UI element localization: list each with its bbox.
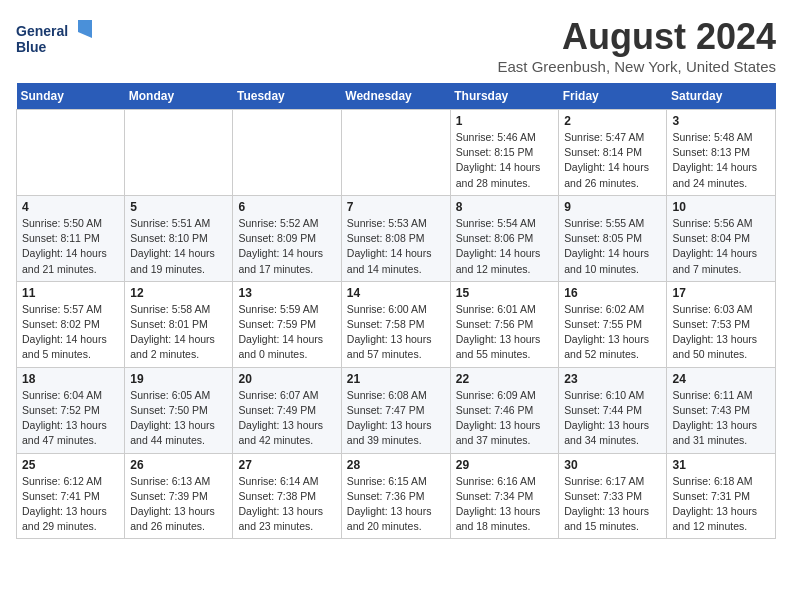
day-detail: Sunrise: 5:55 AM Sunset: 8:05 PM Dayligh…	[564, 216, 661, 277]
logo: General Blue	[16, 16, 96, 64]
day-detail: Sunrise: 6:07 AM Sunset: 7:49 PM Dayligh…	[238, 388, 335, 449]
day-number: 31	[672, 458, 770, 472]
day-number: 21	[347, 372, 445, 386]
day-number: 13	[238, 286, 335, 300]
weekday-header-thursday: Thursday	[450, 83, 559, 110]
day-detail: Sunrise: 6:09 AM Sunset: 7:46 PM Dayligh…	[456, 388, 554, 449]
day-number: 7	[347, 200, 445, 214]
day-number: 4	[22, 200, 119, 214]
day-detail: Sunrise: 5:54 AM Sunset: 8:06 PM Dayligh…	[456, 216, 554, 277]
day-detail: Sunrise: 6:04 AM Sunset: 7:52 PM Dayligh…	[22, 388, 119, 449]
day-cell-20: 20Sunrise: 6:07 AM Sunset: 7:49 PM Dayli…	[233, 367, 341, 453]
day-detail: Sunrise: 6:00 AM Sunset: 7:58 PM Dayligh…	[347, 302, 445, 363]
weekday-header-sunday: Sunday	[17, 83, 125, 110]
day-detail: Sunrise: 6:10 AM Sunset: 7:44 PM Dayligh…	[564, 388, 661, 449]
week-row-1: 1Sunrise: 5:46 AM Sunset: 8:15 PM Daylig…	[17, 110, 776, 196]
week-row-5: 25Sunrise: 6:12 AM Sunset: 7:41 PM Dayli…	[17, 453, 776, 539]
svg-text:General: General	[16, 23, 68, 39]
day-cell-11: 11Sunrise: 5:57 AM Sunset: 8:02 PM Dayli…	[17, 281, 125, 367]
day-cell-22: 22Sunrise: 6:09 AM Sunset: 7:46 PM Dayli…	[450, 367, 559, 453]
day-detail: Sunrise: 6:14 AM Sunset: 7:38 PM Dayligh…	[238, 474, 335, 535]
day-number: 12	[130, 286, 227, 300]
day-number: 20	[238, 372, 335, 386]
day-cell-10: 10Sunrise: 5:56 AM Sunset: 8:04 PM Dayli…	[667, 195, 776, 281]
day-detail: Sunrise: 6:18 AM Sunset: 7:31 PM Dayligh…	[672, 474, 770, 535]
day-cell-23: 23Sunrise: 6:10 AM Sunset: 7:44 PM Dayli…	[559, 367, 667, 453]
day-cell-13: 13Sunrise: 5:59 AM Sunset: 7:59 PM Dayli…	[233, 281, 341, 367]
empty-cell	[125, 110, 233, 196]
day-cell-17: 17Sunrise: 6:03 AM Sunset: 7:53 PM Dayli…	[667, 281, 776, 367]
day-detail: Sunrise: 6:17 AM Sunset: 7:33 PM Dayligh…	[564, 474, 661, 535]
day-cell-19: 19Sunrise: 6:05 AM Sunset: 7:50 PM Dayli…	[125, 367, 233, 453]
day-number: 28	[347, 458, 445, 472]
day-cell-6: 6Sunrise: 5:52 AM Sunset: 8:09 PM Daylig…	[233, 195, 341, 281]
day-number: 9	[564, 200, 661, 214]
day-cell-8: 8Sunrise: 5:54 AM Sunset: 8:06 PM Daylig…	[450, 195, 559, 281]
day-number: 18	[22, 372, 119, 386]
day-number: 11	[22, 286, 119, 300]
day-detail: Sunrise: 6:03 AM Sunset: 7:53 PM Dayligh…	[672, 302, 770, 363]
day-detail: Sunrise: 5:58 AM Sunset: 8:01 PM Dayligh…	[130, 302, 227, 363]
day-number: 23	[564, 372, 661, 386]
day-number: 3	[672, 114, 770, 128]
day-detail: Sunrise: 5:46 AM Sunset: 8:15 PM Dayligh…	[456, 130, 554, 191]
day-number: 8	[456, 200, 554, 214]
day-number: 14	[347, 286, 445, 300]
title-area: August 2024 East Greenbush, New York, Un…	[498, 16, 777, 75]
day-detail: Sunrise: 6:05 AM Sunset: 7:50 PM Dayligh…	[130, 388, 227, 449]
day-detail: Sunrise: 5:59 AM Sunset: 7:59 PM Dayligh…	[238, 302, 335, 363]
day-cell-30: 30Sunrise: 6:17 AM Sunset: 7:33 PM Dayli…	[559, 453, 667, 539]
week-row-3: 11Sunrise: 5:57 AM Sunset: 8:02 PM Dayli…	[17, 281, 776, 367]
day-cell-16: 16Sunrise: 6:02 AM Sunset: 7:55 PM Dayli…	[559, 281, 667, 367]
day-cell-2: 2Sunrise: 5:47 AM Sunset: 8:14 PM Daylig…	[559, 110, 667, 196]
empty-cell	[341, 110, 450, 196]
day-cell-14: 14Sunrise: 6:00 AM Sunset: 7:58 PM Dayli…	[341, 281, 450, 367]
day-detail: Sunrise: 6:08 AM Sunset: 7:47 PM Dayligh…	[347, 388, 445, 449]
day-detail: Sunrise: 6:11 AM Sunset: 7:43 PM Dayligh…	[672, 388, 770, 449]
day-cell-9: 9Sunrise: 5:55 AM Sunset: 8:05 PM Daylig…	[559, 195, 667, 281]
svg-text:Blue: Blue	[16, 39, 47, 55]
weekday-header-wednesday: Wednesday	[341, 83, 450, 110]
day-number: 17	[672, 286, 770, 300]
day-number: 16	[564, 286, 661, 300]
day-cell-7: 7Sunrise: 5:53 AM Sunset: 8:08 PM Daylig…	[341, 195, 450, 281]
day-cell-5: 5Sunrise: 5:51 AM Sunset: 8:10 PM Daylig…	[125, 195, 233, 281]
svg-marker-2	[78, 20, 92, 38]
day-cell-28: 28Sunrise: 6:15 AM Sunset: 7:36 PM Dayli…	[341, 453, 450, 539]
empty-cell	[233, 110, 341, 196]
day-number: 6	[238, 200, 335, 214]
logo-svg: General Blue	[16, 16, 96, 64]
day-number: 2	[564, 114, 661, 128]
week-row-4: 18Sunrise: 6:04 AM Sunset: 7:52 PM Dayli…	[17, 367, 776, 453]
day-detail: Sunrise: 6:15 AM Sunset: 7:36 PM Dayligh…	[347, 474, 445, 535]
day-cell-4: 4Sunrise: 5:50 AM Sunset: 8:11 PM Daylig…	[17, 195, 125, 281]
day-detail: Sunrise: 5:56 AM Sunset: 8:04 PM Dayligh…	[672, 216, 770, 277]
day-number: 10	[672, 200, 770, 214]
day-number: 26	[130, 458, 227, 472]
day-detail: Sunrise: 5:50 AM Sunset: 8:11 PM Dayligh…	[22, 216, 119, 277]
day-cell-29: 29Sunrise: 6:16 AM Sunset: 7:34 PM Dayli…	[450, 453, 559, 539]
day-number: 19	[130, 372, 227, 386]
day-cell-31: 31Sunrise: 6:18 AM Sunset: 7:31 PM Dayli…	[667, 453, 776, 539]
day-number: 25	[22, 458, 119, 472]
day-detail: Sunrise: 5:53 AM Sunset: 8:08 PM Dayligh…	[347, 216, 445, 277]
day-number: 29	[456, 458, 554, 472]
day-cell-24: 24Sunrise: 6:11 AM Sunset: 7:43 PM Dayli…	[667, 367, 776, 453]
day-detail: Sunrise: 6:01 AM Sunset: 7:56 PM Dayligh…	[456, 302, 554, 363]
day-detail: Sunrise: 6:12 AM Sunset: 7:41 PM Dayligh…	[22, 474, 119, 535]
day-detail: Sunrise: 6:02 AM Sunset: 7:55 PM Dayligh…	[564, 302, 661, 363]
day-detail: Sunrise: 6:16 AM Sunset: 7:34 PM Dayligh…	[456, 474, 554, 535]
weekday-header-tuesday: Tuesday	[233, 83, 341, 110]
header: General Blue August 2024 East Greenbush,…	[16, 16, 776, 75]
day-number: 15	[456, 286, 554, 300]
day-detail: Sunrise: 5:52 AM Sunset: 8:09 PM Dayligh…	[238, 216, 335, 277]
day-cell-26: 26Sunrise: 6:13 AM Sunset: 7:39 PM Dayli…	[125, 453, 233, 539]
day-detail: Sunrise: 6:13 AM Sunset: 7:39 PM Dayligh…	[130, 474, 227, 535]
day-cell-15: 15Sunrise: 6:01 AM Sunset: 7:56 PM Dayli…	[450, 281, 559, 367]
day-detail: Sunrise: 5:57 AM Sunset: 8:02 PM Dayligh…	[22, 302, 119, 363]
week-row-2: 4Sunrise: 5:50 AM Sunset: 8:11 PM Daylig…	[17, 195, 776, 281]
day-cell-1: 1Sunrise: 5:46 AM Sunset: 8:15 PM Daylig…	[450, 110, 559, 196]
day-detail: Sunrise: 5:47 AM Sunset: 8:14 PM Dayligh…	[564, 130, 661, 191]
calendar-subtitle: East Greenbush, New York, United States	[498, 58, 777, 75]
day-cell-21: 21Sunrise: 6:08 AM Sunset: 7:47 PM Dayli…	[341, 367, 450, 453]
